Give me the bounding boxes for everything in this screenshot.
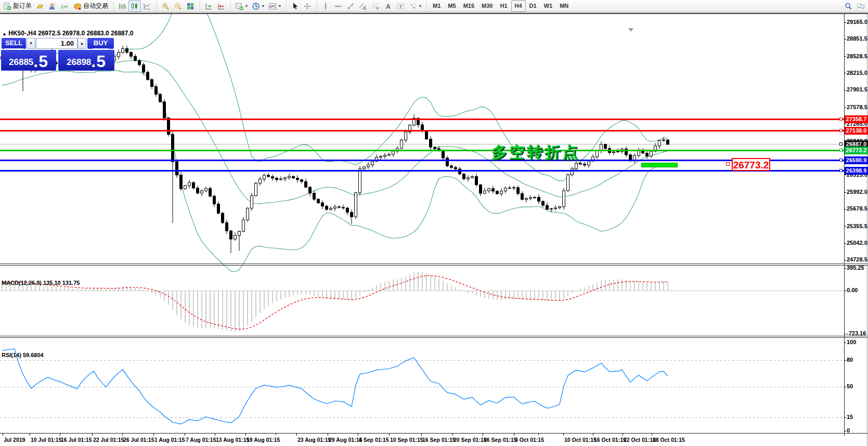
- crosshair-button[interactable]: [301, 0, 314, 12]
- volume-increase-button[interactable]: ▲: [77, 38, 86, 49]
- chart-window[interactable]: 29165.028851.528528.528215.027901.527578…: [0, 13, 868, 446]
- new-order-button-icon: [3, 2, 11, 10]
- time-axis-label: 1 Aug 01:15: [154, 437, 185, 443]
- buy-button[interactable]: BUY: [87, 38, 114, 49]
- autotrade-button-label: 自动交易: [83, 2, 108, 10]
- sell-button[interactable]: SELL: [2, 38, 26, 49]
- toolbar-separator: [154, 1, 158, 11]
- price-callout-handle[interactable]: [726, 162, 730, 166]
- time-axis-label: 3 Oct 01:15: [515, 437, 544, 443]
- chevron-down-icon: ▾: [245, 4, 248, 8]
- autotrade-button[interactable]: 自动交易: [71, 0, 110, 12]
- text-button-icon: A: [384, 2, 392, 10]
- sell-price-display[interactable]: 26885.5: [1, 50, 56, 71]
- search-icon-button[interactable]: [842, 0, 854, 12]
- bull-bear-turning-point-annotation: 多空转折点: [491, 142, 580, 163]
- buy-price-pip: .5: [91, 54, 106, 69]
- price-tag-handle[interactable]: [839, 129, 843, 132]
- time-axis-label: 4 Sep 01:15: [359, 437, 389, 443]
- price-tag-handle[interactable]: [839, 169, 843, 172]
- indicators-button[interactable]: ▾: [266, 0, 283, 12]
- auto-scroll-button[interactable]: [202, 0, 215, 12]
- buy-price-display[interactable]: 26898.5: [58, 50, 114, 71]
- price-tag-handle[interactable]: [839, 117, 843, 121]
- tf-m1-button[interactable]: M1: [429, 0, 444, 12]
- ingot-button-icon: [36, 2, 44, 10]
- price-tag-handle[interactable]: [839, 142, 843, 146]
- candle-chart-button[interactable]: [128, 0, 141, 12]
- trendline-button[interactable]: [344, 0, 357, 12]
- channel-button[interactable]: E: [357, 0, 369, 12]
- text-label-button-icon: T: [396, 2, 405, 10]
- hline-button[interactable]: [332, 0, 344, 12]
- chart-shift-button[interactable]: [215, 0, 227, 12]
- rsi-axis-tick: 15: [847, 414, 853, 421]
- new-chart-button[interactable]: ▾: [233, 0, 250, 12]
- chat-icon-button[interactable]: [854, 0, 867, 12]
- price-callout-label[interactable]: 26773.2: [732, 158, 770, 171]
- crosshair-button-icon: [303, 2, 312, 10]
- cursor-button[interactable]: [289, 0, 301, 12]
- time-axis-label: 29 Aug 01:15: [329, 437, 362, 443]
- mt4-window: 新订单自动交易▾▾▾EFAT▾M1M5M15M30H1H4D1W1MN 2916…: [0, 0, 868, 446]
- time-axis-label: 22 Jul 01:15: [93, 437, 124, 443]
- fibonacci-button[interactable]: F: [369, 0, 382, 12]
- ingot-button[interactable]: [34, 0, 46, 12]
- bar-chart-button-icon: [118, 2, 126, 10]
- svg-text:E: E: [364, 6, 367, 10]
- signal-button[interactable]: [59, 0, 71, 12]
- tile-windows-button[interactable]: [184, 0, 197, 12]
- volume-decrease-button[interactable]: ▼: [27, 38, 35, 49]
- price-tag-handle[interactable]: [839, 149, 843, 152]
- green-highlight-zone[interactable]: [641, 163, 678, 167]
- vline-button-icon: [321, 2, 330, 10]
- zoom-out-button[interactable]: [172, 0, 184, 12]
- price-axis-tick: 25042.0: [847, 240, 867, 246]
- tf-m15-button[interactable]: M15: [460, 0, 478, 12]
- rsi-indicator-label: RSI(14) 59.6804: [2, 352, 44, 358]
- zoom-in-button[interactable]: [159, 0, 172, 12]
- channel-button-icon: E: [359, 2, 367, 10]
- zoom-in-button-icon: [161, 2, 170, 10]
- time-axis-label: 16 Sep 01:15: [422, 437, 456, 443]
- text-button[interactable]: A: [382, 0, 394, 12]
- fibonacci-button-icon: F: [371, 2, 380, 10]
- chart-canvas[interactable]: [0, 14, 868, 446]
- profiles-button-icon: [252, 2, 260, 10]
- tf-m30-button[interactable]: M30: [478, 0, 496, 12]
- tf-h4-button[interactable]: H4: [511, 0, 526, 12]
- volume-input[interactable]: [36, 38, 77, 49]
- symbol-marker-icon: ▲: [2, 31, 7, 36]
- line-chart-button[interactable]: [141, 0, 153, 12]
- price-axis-tick: 27578.5: [847, 104, 867, 111]
- toolbar-separator: [424, 1, 428, 11]
- tf-mn-button[interactable]: MN: [556, 0, 572, 12]
- tf-m5-button[interactable]: M5: [444, 0, 459, 12]
- sell-price-pip: .5: [33, 54, 48, 69]
- bar-chart-button[interactable]: [116, 0, 128, 12]
- vline-button[interactable]: [319, 0, 332, 12]
- chart-shift-button-icon: [217, 2, 225, 10]
- accounts-button-icon: [48, 2, 57, 10]
- new-order-button[interactable]: 新订单: [1, 0, 34, 12]
- tf-w1-button[interactable]: W1: [540, 0, 556, 12]
- text-label-button[interactable]: T: [394, 0, 407, 12]
- macd-indicator-label: MACD(12,26,9) 135.10 131.75: [2, 280, 80, 286]
- profiles-button[interactable]: ▾: [250, 0, 266, 12]
- price-tag: 26590.9: [845, 156, 868, 164]
- arrows-button[interactable]: ▾: [407, 0, 423, 12]
- autotrade-button-icon: [73, 2, 82, 10]
- price-axis-tick: 25992.0: [847, 189, 867, 195]
- tf-h1-button[interactable]: H1: [496, 0, 511, 12]
- chevron-down-icon: ▾: [279, 4, 281, 8]
- toolbar: 新订单自动交易▾▾▾EFAT▾M1M5M15M30H1H4D1W1MN: [0, 0, 868, 12]
- chart-shift-marker-icon[interactable]: [628, 28, 633, 32]
- tf-d1-button[interactable]: D1: [526, 0, 540, 12]
- indicators-button-icon: [268, 2, 277, 10]
- accounts-button[interactable]: [46, 0, 59, 12]
- price-axis-tick: 24728.5: [847, 256, 867, 263]
- price-tag-handle[interactable]: [839, 159, 843, 162]
- price-axis-tick: 25355.5: [847, 223, 867, 230]
- chevron-down-icon: ▾: [419, 4, 421, 8]
- chart-ohlc: 26972.5 26978.0 26883.0 26887.0: [38, 30, 134, 37]
